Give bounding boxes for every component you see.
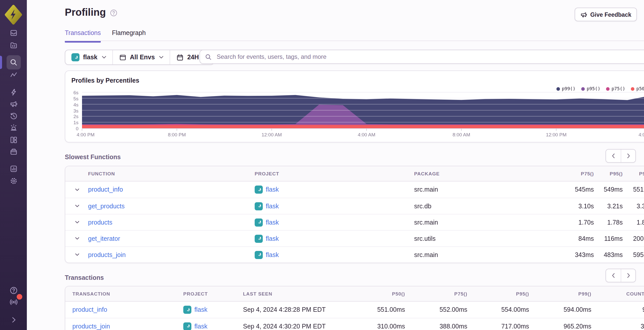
chart-canvas bbox=[65, 71, 644, 142]
transaction-link[interactable]: products_join bbox=[72, 323, 110, 330]
transactions-header-row: TRANSACTION PROJECT LAST SEEN P50() P75(… bbox=[65, 286, 644, 302]
p99-value: 3.37s bbox=[623, 203, 644, 210]
p95-value: 3.21s bbox=[594, 203, 623, 210]
p95-value: 483ms bbox=[594, 251, 623, 258]
function-link[interactable]: get_iterator bbox=[88, 235, 120, 242]
y-axis-label: 0 bbox=[65, 126, 78, 131]
project-cell: flask bbox=[183, 322, 243, 330]
row-expander-chevron-icon[interactable] bbox=[74, 203, 80, 209]
column-header-p75: P75() bbox=[405, 291, 467, 297]
date-range-filter-label: 24H bbox=[187, 54, 199, 61]
y-axis-label: 4s bbox=[65, 102, 78, 107]
search-input[interactable] bbox=[216, 53, 644, 61]
window-icon bbox=[119, 53, 126, 61]
x-axis-label: 4:00 PM bbox=[77, 132, 95, 137]
broadcast-icon[interactable] bbox=[7, 295, 21, 309]
area-series-p50 bbox=[82, 125, 644, 128]
row-expander-chevron-icon[interactable] bbox=[74, 187, 80, 192]
package-cell: src.main bbox=[414, 251, 565, 258]
row-expander-chevron-icon[interactable] bbox=[74, 236, 80, 241]
function-cell: products_join bbox=[88, 251, 255, 258]
table-row: productsflasksrc.main1.70s1.78s1.80s bbox=[65, 214, 644, 230]
next-page-button[interactable] bbox=[621, 150, 635, 162]
p75-value: 552.00ms bbox=[405, 306, 467, 313]
p75-value: 84ms bbox=[565, 235, 594, 242]
p95-value: 549ms bbox=[594, 186, 623, 193]
give-feedback-button[interactable]: Give Feedback bbox=[575, 8, 637, 21]
give-feedback-label: Give Feedback bbox=[590, 11, 631, 17]
project-link[interactable]: flask bbox=[266, 235, 279, 242]
percentiles-area-chart[interactable]: 01s2s3s4s5s6s4:00 PM8:00 PM12:00 AM4:00 … bbox=[65, 71, 644, 142]
p95-value: 717.00ms bbox=[467, 323, 529, 330]
column-header-p99: P99() bbox=[529, 291, 591, 297]
chevron-right-icon[interactable] bbox=[7, 313, 21, 327]
table-row: products_joinflaskSep 4, 2024 4:30:20 PM… bbox=[65, 318, 644, 330]
table-row: product_infoflaskSep 4, 2024 4:28:28 PM … bbox=[65, 302, 644, 318]
app-window: Profiling Give Feedback Transactions Fla… bbox=[0, 0, 644, 330]
megaphone-icon bbox=[580, 11, 587, 18]
flask-project-icon bbox=[255, 251, 263, 259]
flask-project-icon bbox=[255, 234, 263, 243]
archive-box-icon[interactable] bbox=[7, 144, 21, 159]
project-cell: flask bbox=[255, 186, 414, 194]
search-icon[interactable] bbox=[7, 55, 21, 69]
column-header-function: FUNCTION bbox=[88, 171, 255, 176]
transactions-pagination bbox=[606, 269, 636, 282]
p75-value: 388.00ms bbox=[405, 323, 467, 330]
row-expander-chevron-icon[interactable] bbox=[74, 219, 80, 225]
x-axis-label: 8:00 AM bbox=[453, 132, 470, 137]
p99-value: 965.20ms bbox=[529, 323, 591, 330]
column-header-p95: P95() bbox=[467, 291, 529, 297]
function-cell: product_info bbox=[88, 186, 255, 193]
y-axis-label: 6s bbox=[65, 90, 78, 95]
project-link[interactable]: flask bbox=[266, 251, 279, 258]
p75-value: 545ms bbox=[565, 186, 594, 193]
project-link[interactable]: flask bbox=[266, 219, 279, 226]
transaction-cell: products_join bbox=[65, 323, 183, 330]
search-icon bbox=[205, 53, 212, 60]
project-link[interactable]: flask bbox=[194, 323, 207, 330]
code-folder-icon[interactable] bbox=[7, 38, 21, 52]
traces-zigzag-icon[interactable] bbox=[7, 68, 21, 82]
gear-icon[interactable] bbox=[7, 174, 21, 188]
environment-filter[interactable]: All Envs bbox=[112, 50, 170, 64]
previous-page-button[interactable] bbox=[606, 269, 621, 282]
column-header-package: PACKAGE bbox=[414, 171, 565, 176]
project-filter[interactable]: flask bbox=[65, 50, 112, 64]
p50-value: 310.00ms bbox=[349, 323, 405, 330]
help-icon[interactable] bbox=[110, 9, 117, 17]
project-cell: flask bbox=[255, 234, 414, 243]
calendar-icon bbox=[176, 53, 184, 61]
row-expander-chevron-icon[interactable] bbox=[74, 252, 80, 258]
project-link[interactable]: flask bbox=[266, 203, 279, 210]
function-link[interactable]: product_info bbox=[88, 186, 123, 193]
next-page-button[interactable] bbox=[621, 269, 635, 282]
function-link[interactable]: get_products bbox=[88, 203, 125, 210]
column-header-p99: P99() bbox=[623, 171, 644, 176]
package-cell: src.main bbox=[414, 219, 565, 226]
sentry-logo[interactable] bbox=[4, 4, 23, 25]
p99-value: 200ms bbox=[623, 235, 644, 242]
p75-value: 343ms bbox=[565, 251, 594, 258]
project-link[interactable]: flask bbox=[266, 186, 279, 193]
flask-project-icon bbox=[255, 218, 263, 226]
function-cell: get_iterator bbox=[88, 235, 255, 242]
column-header-project: PROJECT bbox=[183, 291, 243, 297]
column-header-count[interactable]: COUNT() ↓ bbox=[591, 291, 644, 297]
slowest-functions-header-row: FUNCTION PROJECT PACKAGE P75() P95() P99… bbox=[65, 166, 644, 181]
previous-page-button[interactable] bbox=[606, 150, 621, 162]
active-nav-indicator bbox=[0, 56, 2, 69]
page-title: Profiling bbox=[65, 7, 117, 18]
x-axis-label: 12:00 PM bbox=[546, 132, 567, 137]
last-seen-cell: Sep 4, 2024 4:28:28 PM EDT bbox=[243, 306, 349, 313]
function-cell: get_products bbox=[88, 203, 255, 210]
sidebar bbox=[0, 0, 27, 330]
tab-divider bbox=[65, 41, 644, 41]
column-header-last-seen: LAST SEEN bbox=[243, 291, 349, 297]
function-link[interactable]: products bbox=[88, 219, 112, 226]
column-header-p95: P95() bbox=[594, 171, 623, 176]
function-link[interactable]: products_join bbox=[88, 251, 126, 258]
transaction-cell: product_info bbox=[65, 306, 183, 313]
project-link[interactable]: flask bbox=[194, 306, 207, 313]
transaction-link[interactable]: product_info bbox=[72, 306, 107, 313]
